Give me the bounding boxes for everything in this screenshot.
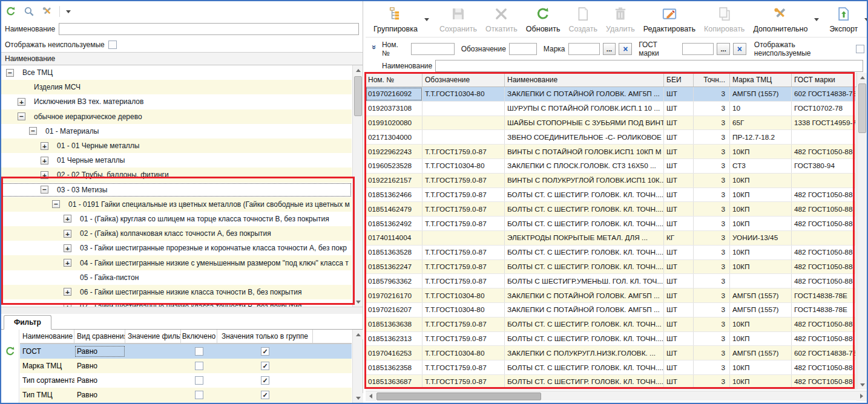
- tree-item[interactable]: +02 - 02 Трубы, баллоны, фитинги: [1, 168, 352, 182]
- mark-lookup-button[interactable]: ...: [603, 43, 616, 55]
- filter-enabled-checkbox[interactable]: [195, 347, 203, 356]
- refresh-icon[interactable]: [5, 5, 17, 18]
- designation-filter-input[interactable]: [509, 43, 537, 55]
- filter-column-header[interactable]: Значение фильт...: [125, 330, 181, 343]
- scrollbar-thumb[interactable]: [354, 76, 362, 116]
- tree-vertical-scrollbar[interactable]: [352, 65, 363, 307]
- expand-icon[interactable]: +: [64, 303, 71, 307]
- items-name-filter-input[interactable]: [435, 60, 863, 72]
- expand-icon[interactable]: +: [64, 244, 71, 252]
- toolbar-button-grouping[interactable]: Группировка: [369, 2, 422, 37]
- filter-column-header[interactable]: Значения только в группе: [217, 330, 313, 343]
- scroll-right-button[interactable]: [856, 391, 867, 401]
- items-table-row[interactable]: 01851362466Т.Т.ГОСТ1759.0-87БОЛТЫ СТ. С …: [366, 188, 856, 203]
- expand-icon[interactable]: +: [41, 142, 48, 150]
- collapse-icon[interactable]: −: [41, 186, 48, 194]
- items-table-row[interactable]: 01920373108ШУРУПЫ С ПОТАЙНОЙ ГОЛОВК.ИСП.…: [366, 102, 856, 116]
- expand-icon[interactable]: +: [18, 98, 25, 106]
- toolbar-button-tools[interactable]: Дополнительно: [749, 2, 812, 37]
- tree-item[interactable]: −03 - 03 Метизы: [1, 183, 352, 197]
- filter-group-only-checkbox[interactable]: ✓: [261, 391, 269, 399]
- filter-column-header[interactable]: Наименование: [20, 330, 74, 343]
- tree-item[interactable]: 05 - Гайка-пистон: [1, 270, 352, 285]
- scroll-down-button[interactable]: [353, 297, 363, 307]
- tree-name-filter-input[interactable]: [59, 23, 359, 35]
- gost-mark-lookup-button[interactable]: ...: [717, 43, 730, 55]
- toolbar-button-export[interactable]: Экспорт: [825, 2, 862, 37]
- items-table-row[interactable]: 01851362247Т.Т.ГОСТ1759.0-87БОЛТЫ СТ. С …: [366, 260, 856, 275]
- items-table-row[interactable]: 01922962243Т.Т.ГОСТ1759.0-87ВИНТЫ С ПОТА…: [366, 145, 856, 159]
- items-table-row[interactable]: 01970416253Т.Т.ГОСТ10304-80ЗАКЛЕПКИ С ПО…: [366, 346, 856, 360]
- toolbar-dropdown-caret[interactable]: [66, 10, 71, 13]
- tree-item[interactable]: +01 - 01 Черные металлы: [1, 138, 352, 153]
- tree-item[interactable]: +01 Черные металлы: [1, 153, 352, 168]
- filter-row[interactable]: Марка ТМЦРавно✓: [20, 359, 352, 373]
- horizontal-splitter[interactable]: [1, 307, 363, 314]
- filter-enabled-checkbox[interactable]: [195, 376, 203, 385]
- filter-name-cell[interactable]: Тип ТМЦ: [20, 391, 74, 399]
- expand-icon[interactable]: +: [64, 288, 71, 296]
- tree-item[interactable]: +Исключения ВЗ тех. материалов: [1, 94, 352, 109]
- toolbar-dropdown-caret[interactable]: [422, 2, 432, 37]
- filter-group-only-checkbox[interactable]: ✓: [261, 376, 269, 385]
- items-table-row[interactable]: 01851363638Т.Т.ГОСТ1759.0-87БОЛТЫ СТ. С …: [366, 318, 856, 332]
- collapse-icon[interactable]: −: [6, 69, 14, 77]
- scrollbar-thumb[interactable]: [376, 393, 541, 400]
- gost-mark-filter-input[interactable]: [682, 43, 714, 55]
- mark-clear-button[interactable]: ×: [619, 43, 632, 55]
- filter-row[interactable]: Тип сортаментаРавно✓: [20, 373, 352, 388]
- items-table-row[interactable]: 01970216170Т.Т.ГОСТ10304-80ЗАКЛЕПКИ С ПО…: [366, 288, 856, 303]
- tree-show-unused-checkbox[interactable]: [108, 41, 117, 49]
- items-table-row[interactable]: 01851362358Т.Т.ГОСТ1759.0-87БОЛТЫ СТ. С …: [366, 360, 856, 375]
- items-column-header[interactable]: Ном. №: [366, 73, 422, 86]
- items-table-row[interactable]: 01851363687Т.Т.ГОСТ1759.0-87БОЛТЫ СТ. С …: [366, 375, 856, 389]
- tree-item[interactable]: −01 - 0191 Гайки специальные из цветных …: [1, 197, 352, 212]
- expand-icon[interactable]: +: [64, 259, 71, 267]
- items-table-row[interactable]: 02171304000ЗВЕНО СОЕДИНИТЕЛЬНОЕ -С- РОЛИ…: [366, 130, 856, 145]
- items-table-row[interactable]: 01851363528Т.Т.ГОСТ1759.0-87БОЛТЫ СТ. С …: [366, 246, 856, 260]
- expand-icon[interactable]: +: [41, 157, 48, 165]
- filter-row[interactable]: Тип ТМЦРавно✓: [20, 388, 352, 402]
- toolbar-button-edit[interactable]: Редактировать: [639, 2, 700, 37]
- items-table-row[interactable]: 01857963362Т.Т.ГОСТ1759.0-87БОЛТЫ С ШЕСТ…: [366, 274, 856, 288]
- filter-vertical-scrollbar[interactable]: [352, 330, 363, 403]
- filter-comparison-cell[interactable]: Равно: [74, 391, 125, 399]
- items-horizontal-scrollbar[interactable]: [366, 391, 867, 400]
- items-column-header[interactable]: Марка ТМЦ: [730, 73, 792, 86]
- filter-name-cell[interactable]: Марка ТМЦ: [20, 362, 74, 370]
- settings-icon[interactable]: [41, 5, 53, 18]
- filter-column-header[interactable]: Включено: [181, 330, 217, 343]
- items-column-header[interactable]: ГОСТ марки: [792, 73, 867, 86]
- expand-icon[interactable]: +: [64, 230, 71, 238]
- search-icon[interactable]: [23, 5, 35, 18]
- items-table-row[interactable]: 01960523528Т.Т.ГОСТ10304-80ЗАКЛЕПКИ С ПЛ…: [366, 159, 856, 174]
- filter-name-cell[interactable]: ГОСТ: [20, 347, 74, 356]
- tree-column-header[interactable]: Наименование: [1, 52, 363, 65]
- nom-filter-input[interactable]: [411, 43, 455, 55]
- scroll-up-button[interactable]: [857, 73, 867, 82]
- expand-icon[interactable]: +: [41, 171, 48, 179]
- items-table-row[interactable]: 01851362492Т.Т.ГОСТ1759.0-87БОЛТЫ СТ. С …: [366, 217, 856, 231]
- tree-item[interactable]: +02 - (Гайка) колпачковая класс точности…: [1, 226, 352, 241]
- collapse-icon[interactable]: −: [29, 127, 37, 135]
- tree-item[interactable]: +03 - Гайки шестигранные прорезные и кор…: [1, 241, 352, 255]
- scroll-up-button[interactable]: [353, 65, 363, 75]
- toolbar-dropdown-caret[interactable]: [812, 2, 821, 37]
- mark-filter-input[interactable]: [568, 43, 600, 55]
- scrollbar-thumb[interactable]: [858, 83, 866, 133]
- filter-name-cell[interactable]: Тип сортамента: [20, 376, 74, 385]
- filter-enabled-checkbox[interactable]: [195, 362, 203, 370]
- tree-item[interactable]: +06 - Гайки шестигранные низкие класса т…: [1, 285, 352, 299]
- toolbar-dropdown-caret[interactable]: [862, 2, 868, 37]
- filter-comparison-cell[interactable]: Равно: [74, 376, 125, 385]
- items-column-header[interactable]: Точн...: [694, 73, 730, 86]
- filter-group-only-checkbox[interactable]: ✓: [261, 347, 269, 356]
- scroll-down-button[interactable]: [353, 393, 363, 403]
- filter-enabled-checkbox[interactable]: [195, 391, 203, 399]
- scroll-down-button[interactable]: [857, 380, 867, 389]
- tree-item[interactable]: −01 - Материалы: [1, 124, 352, 138]
- items-show-unused-checkbox[interactable]: [856, 45, 864, 53]
- tree-item[interactable]: −обычное иерархическое дерево: [1, 109, 352, 124]
- filter-group-only-checkbox[interactable]: ✓: [261, 362, 269, 370]
- collapse-icon[interactable]: −: [18, 112, 25, 120]
